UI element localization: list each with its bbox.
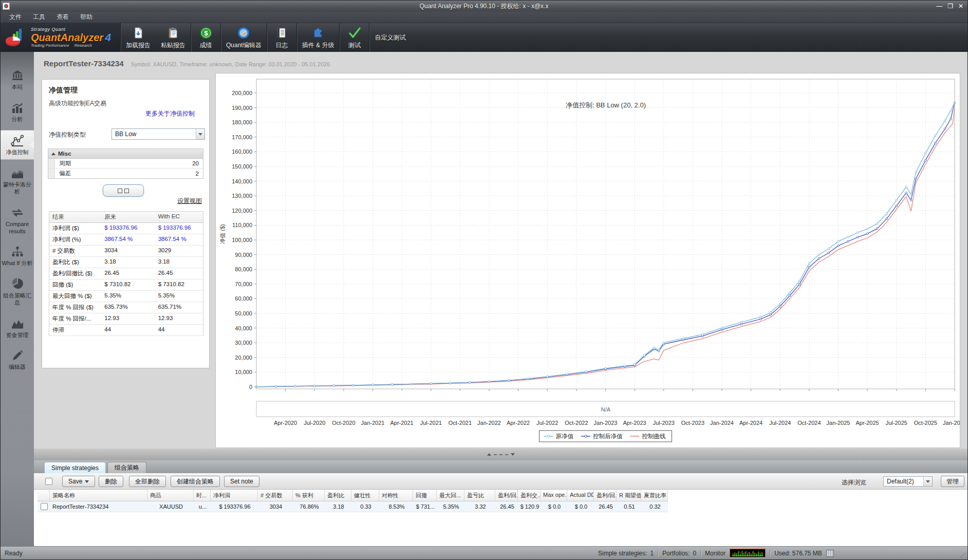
memory-icon[interactable] (826, 550, 834, 557)
select-all-checkbox[interactable] (45, 478, 52, 485)
manage-button[interactable]: 管理 (941, 476, 964, 487)
toolbar-button-0[interactable]: 加载报告 (120, 23, 156, 52)
toolbar-button-1[interactable]: 粘贴报告 (156, 23, 191, 52)
menu-item-1[interactable]: 工具 (28, 12, 50, 23)
more-about-equity-control-link[interactable]: 更多关于净值控制 (145, 109, 195, 118)
column-header-9[interactable]: 回撤 (413, 490, 437, 501)
misc-row-0[interactable]: 周期20 (48, 159, 203, 169)
sidebar-item-4[interactable]: Compare results (1, 202, 34, 239)
sidebar-item-3[interactable]: 蒙特卡洛分析 (1, 163, 34, 199)
svg-text:0: 0 (249, 384, 252, 390)
row-gutter (48, 159, 55, 168)
tab-1[interactable]: 组合策略 (107, 462, 146, 473)
svg-text:30,000: 30,000 (235, 340, 252, 346)
sidebar-item-8[interactable]: 编辑器 (1, 345, 34, 375)
column-header-10[interactable]: 最大回... (437, 490, 464, 501)
status-monitor-label: Monitor (705, 550, 725, 557)
browse-select[interactable]: Default(2) (883, 476, 933, 487)
misc-value[interactable]: 2 (196, 171, 203, 177)
menu-item-2[interactable]: 查看 (52, 12, 73, 23)
bottom-button-3[interactable]: 创建组合策略 (171, 476, 220, 487)
status-ready: Ready (5, 550, 23, 557)
strategy-cell-18: 0.32 (641, 501, 668, 512)
column-header-1[interactable]: 商品 (147, 490, 194, 501)
metric-original: $ 7310.82 (101, 279, 155, 290)
column-header-11[interactable]: 盈亏比 (464, 490, 495, 501)
sidebar-item-7[interactable]: 资金管理 (1, 313, 34, 343)
column-header-6[interactable]: 盈利比 (325, 490, 351, 501)
toolbar-button-5[interactable]: 插件 & 升级 (296, 23, 340, 52)
toolbar-button-7[interactable]: 自定义测试 (369, 23, 411, 52)
column-header-5[interactable]: % 获利 (293, 490, 325, 501)
column-header-13[interactable]: 盈利交... (518, 490, 541, 501)
column-header-0[interactable]: 策略名称 (50, 490, 147, 501)
menu-item-0[interactable]: 文件 (5, 12, 26, 23)
toolbar-button-4[interactable]: 日志 (267, 23, 296, 52)
metric-label: 停滞 (49, 325, 101, 335)
svg-text:Jan-2026: Jan-2026 (943, 420, 960, 426)
strategy-cell-15: $ 0.0 (567, 501, 594, 512)
metric-original: 12.93 (101, 313, 155, 324)
setup-view-link[interactable]: 设置视图 (177, 197, 202, 206)
toolbar-button-3[interactable]: Quant编辑器 (220, 23, 267, 52)
bottom-button-4[interactable]: Set note (224, 476, 259, 487)
sidebar-item-2[interactable]: 净值控制 (1, 130, 34, 160)
column-header-12[interactable]: 盈利/回... (495, 490, 518, 501)
collapse-down-icon[interactable] (511, 453, 515, 458)
column-header-16[interactable]: 盈利/回... (594, 490, 617, 501)
column-header-4[interactable]: # 交易数 (258, 490, 293, 501)
misc-row-1[interactable]: 偏差2 (48, 169, 203, 178)
close-icon[interactable]: ✕ (958, 3, 963, 10)
sidebar-item-label: 资金管理 (6, 332, 29, 339)
column-header-8[interactable]: 对称性 (379, 490, 413, 501)
toolbar-button-2[interactable]: $成绩 (191, 23, 220, 52)
svg-text:Oct-2020: Oct-2020 (332, 420, 355, 426)
toolbar-button-label: 日志 (275, 41, 288, 50)
svg-text:10,000: 10,000 (235, 369, 252, 375)
column-header-14[interactable]: Max ope... (541, 490, 567, 501)
toolbar-buttons: 加载报告粘贴报告$成绩Quant编辑器日志插件 & 升级测试自定义测试 (120, 23, 411, 52)
strategy-cell-4: 3034 (258, 501, 293, 512)
view-mode-button[interactable] (103, 184, 144, 197)
maximize-icon[interactable]: ❐ (947, 3, 953, 10)
bottom-button-2[interactable]: 全部删除 (129, 476, 166, 487)
column-header-2[interactable]: 时... (194, 490, 211, 501)
menu-item-3[interactable]: 帮助 (76, 12, 97, 23)
collapse-up-icon[interactable] (487, 451, 491, 456)
metric-original: 635.73% (101, 302, 155, 313)
svg-text:Jan-2023: Jan-2023 (594, 420, 618, 426)
column-header-15[interactable]: Actual DD (567, 490, 594, 501)
misc-value[interactable]: 20 (192, 160, 203, 166)
column-header-18[interactable]: 夏普比率 (641, 490, 668, 501)
sidebar-item-1[interactable]: 分析 (1, 98, 34, 127)
svg-text:40,000: 40,000 (235, 325, 252, 331)
row-checkbox[interactable] (41, 503, 48, 510)
misc-group-header[interactable]: Misc (48, 149, 203, 159)
minimize-icon[interactable]: — (936, 3, 942, 10)
toolbar-button-6[interactable]: 测试 (339, 23, 369, 52)
tab-0[interactable]: Simple strategies (44, 462, 106, 473)
splitter-bar[interactable] (34, 449, 967, 460)
svg-text:原净值: 原净值 (556, 433, 574, 439)
column-header-3[interactable]: 净利润 (211, 490, 258, 501)
bottom-button-0[interactable]: Save (62, 476, 95, 487)
svg-text:190,000: 190,000 (232, 105, 252, 111)
metric-label: 回撤 ($) (49, 279, 101, 290)
sidebar-item-5[interactable]: What If 分析 (1, 241, 34, 271)
metric-with-ec: 26.45 (155, 268, 203, 279)
bottom-button-1[interactable]: 删除 (99, 476, 123, 487)
analysis-chart-icon (11, 101, 24, 115)
equity-control-type-select[interactable]: BB Low (111, 128, 205, 140)
svg-text:70,000: 70,000 (235, 281, 252, 287)
equity-control-type-value: BB Low (115, 130, 136, 138)
column-header-17[interactable]: R 期望值 (617, 490, 641, 501)
resize-grip[interactable]: ⋰ (960, 552, 966, 558)
strategy-row-0[interactable]: ReportTester-7334234XAUUSDu...$ 193376.9… (38, 501, 668, 512)
sidebar-item-6[interactable]: 组合策略汇总 (1, 274, 34, 310)
portfolio-pie-icon (11, 277, 24, 291)
strategy-cell-11: 3.32 (464, 501, 495, 512)
divider (770, 550, 770, 557)
column-header-7[interactable]: 健壮性 (351, 490, 379, 501)
sidebar-item-0[interactable]: 本站 (1, 65, 34, 95)
metric-with-ec: 5.35% (155, 291, 203, 302)
